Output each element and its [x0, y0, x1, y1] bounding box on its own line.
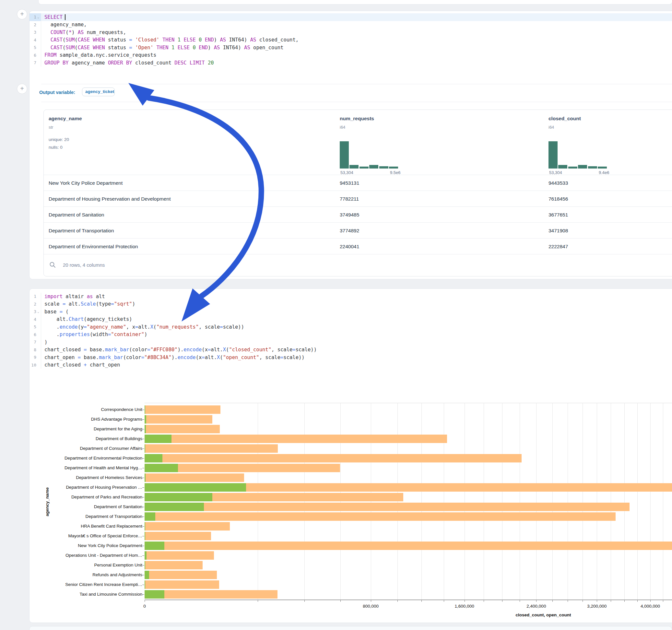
- x-axis-tick: [624, 600, 625, 602]
- x-axis-tick: [502, 600, 502, 602]
- plot-top-border: [145, 403, 672, 403]
- line-number: 1⌄: [29, 13, 41, 21]
- column-header-agency-name[interactable]: agency_name str unique: 20 nulls: 0: [49, 110, 334, 175]
- y-axis-label: Mayorâ€ s Office of Special Enforce…: [68, 531, 142, 541]
- code-line[interactable]: 1⌄SELECT: [29, 13, 672, 21]
- line-number-text: 2: [30, 22, 36, 27]
- table-row[interactable]: New York City Police Department945313194…: [44, 175, 672, 191]
- column-stat-unique: unique: 20: [49, 137, 69, 142]
- code-line[interactable]: 3 COUNT(*) AS num_requests,: [29, 28, 672, 36]
- bar-open_count: [145, 483, 246, 492]
- x-axis-title: closed_count, open_count: [515, 612, 571, 617]
- y-axis-tick: [142, 555, 144, 556]
- line-number-text: 7: [30, 60, 36, 65]
- bar-closed_count: [145, 444, 278, 453]
- bar-closed_count: [145, 532, 211, 540]
- bar-open_count: [145, 415, 146, 423]
- code-text: SELECT: [41, 14, 66, 20]
- column-header-num-requests[interactable]: num_requests i64 53,304 9.5e6: [340, 110, 541, 175]
- gridline: [611, 403, 611, 600]
- bar-open_count: [145, 590, 164, 599]
- line-number: 2: [29, 21, 41, 29]
- column-type: i64: [549, 125, 554, 130]
- y-axis-title: agency_name: [45, 487, 50, 516]
- gridline: [624, 403, 625, 600]
- add-cell-button[interactable]: +: [17, 9, 27, 20]
- code-line[interactable]: 6FROM sample_data.nyc.service_requests: [29, 51, 672, 59]
- table-cell: New York City Police Department: [49, 175, 123, 191]
- table-row[interactable]: Department of Transportation377489234719…: [44, 222, 672, 239]
- bar-closed_count: [145, 522, 230, 531]
- histogram-bar: [389, 167, 398, 169]
- histogram-bar: [350, 165, 359, 169]
- bar-open_count: [145, 493, 212, 501]
- y-axis-label: Taxi and Limousine Commission: [79, 589, 142, 599]
- y-axis-tick: [142, 575, 144, 575]
- histogram-bar: [558, 165, 567, 169]
- code-line[interactable]: 2 agency_name,: [29, 21, 672, 29]
- x-axis-tick: [398, 600, 398, 602]
- bar-closed_count: [145, 590, 278, 599]
- histogram-max-label: 9.5e6: [390, 170, 401, 175]
- gridline: [552, 403, 553, 600]
- y-axis-label: New York City Police Department: [78, 541, 142, 551]
- sql-code-editor[interactable]: 1⌄SELECT2 agency_name,3 COUNT(*) AS num_…: [29, 13, 672, 67]
- y-axis-label: Department of Health and Mental Hyg…: [65, 463, 142, 473]
- table-cell: 9453131: [340, 175, 359, 191]
- histogram-bar: [568, 167, 577, 169]
- y-axis-tick: [142, 419, 144, 420]
- bar-open_count: [145, 580, 145, 589]
- histogram-bar: [379, 166, 388, 169]
- gridline: [536, 403, 536, 600]
- line-number: 5: [29, 44, 41, 51]
- y-axis-tick: [142, 536, 144, 536]
- row-count-summary: 20 rows, 4 columns: [63, 262, 105, 268]
- histogram-bar: [340, 141, 349, 169]
- table-cell: Department of Transportation: [49, 223, 114, 239]
- code-line[interactable]: 5 CAST(SUM(CASE WHEN status = 'Open' THE…: [29, 44, 672, 51]
- x-axis-tick: [520, 600, 520, 602]
- notebook-page: { "accent_colors": { "arrow_blue": "#2b5…: [0, 0, 672, 630]
- y-axis-tick: [142, 497, 144, 498]
- x-axis-tick-label: 3,200,000: [587, 604, 606, 609]
- column-name: closed_count: [549, 116, 581, 122]
- x-axis-tick: [304, 600, 305, 602]
- y-axis-tick: [142, 546, 144, 546]
- y-axis-tick: [142, 410, 144, 410]
- code-line[interactable]: 7GROUP BY agency_name ORDER BY closed_co…: [29, 59, 672, 67]
- add-cell-button[interactable]: +: [17, 83, 27, 94]
- x-axis-tick: [582, 600, 583, 602]
- table-row[interactable]: Department of Housing Preservation and D…: [44, 191, 672, 207]
- table-cell: Department of Housing Preservation and D…: [49, 191, 171, 207]
- table-cell: 9443533: [549, 175, 568, 191]
- line-number-text: 1: [30, 15, 36, 20]
- table-cell: 3774892: [340, 223, 359, 239]
- bar-open_count: [145, 464, 178, 472]
- previous-cell-fragment: [38, 0, 672, 4]
- bar-closed_count: [145, 551, 214, 560]
- bar-closed_count: [145, 561, 202, 570]
- next-cell-fragment: [29, 626, 672, 630]
- x-axis-tick: [258, 600, 258, 602]
- bar-open_count: [145, 454, 162, 462]
- output-variable-pill[interactable]: agency_tickets: [82, 88, 115, 96]
- fold-chevron-icon[interactable]: ⌄: [36, 16, 40, 19]
- column-histogram: [340, 141, 399, 169]
- output-variable-row: Output variable: agency_tickets: [29, 84, 672, 102]
- y-axis-label: Correspondence Unit: [101, 405, 142, 414]
- y-axis-tick: [142, 458, 144, 459]
- x-axis-tick-label: 4,000,000: [641, 604, 660, 609]
- gridline: [663, 403, 663, 600]
- line-number-text: 6: [30, 53, 36, 58]
- column-header-closed-count[interactable]: closed_count i64 53,304 9.4e6: [549, 110, 672, 175]
- table-row[interactable]: Department of Environmental Protection22…: [44, 238, 672, 255]
- table-row[interactable]: Department of Sanitation37494853677651: [44, 207, 672, 223]
- code-line[interactable]: 4 CAST(SUM(CASE WHEN status = 'Closed' T…: [29, 36, 672, 44]
- y-axis-tick: [142, 439, 144, 439]
- x-axis-tick: [464, 600, 465, 602]
- bar-closed_count: [145, 541, 672, 550]
- table-cell: 3471908: [549, 223, 568, 239]
- x-axis-tick: [340, 600, 341, 602]
- bar-closed_count: [145, 454, 522, 462]
- search-icon[interactable]: [49, 262, 56, 268]
